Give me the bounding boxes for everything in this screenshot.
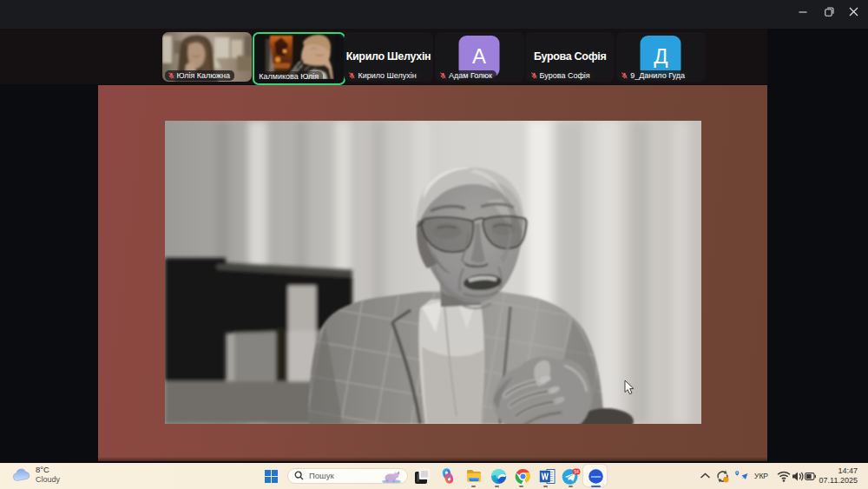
svg-text:54: 54	[574, 468, 579, 473]
svg-text:zoom: zoom	[590, 474, 601, 479]
